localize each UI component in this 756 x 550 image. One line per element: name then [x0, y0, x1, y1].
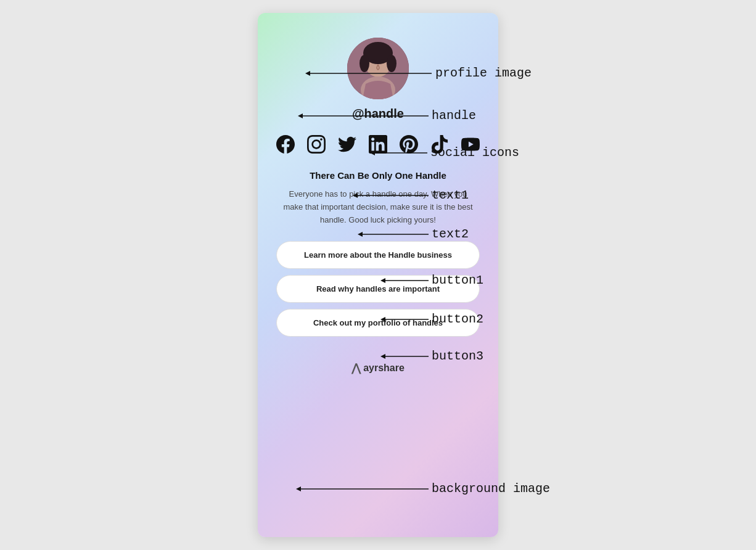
svg-point-3: [360, 55, 369, 72]
instagram-icon[interactable]: [305, 133, 327, 155]
button3[interactable]: Check out my portfolio of handles: [276, 309, 480, 337]
headline-text: There Can Be Only One Handle: [310, 170, 446, 181]
facebook-icon[interactable]: [274, 133, 297, 155]
description-text: Everyone has to pick a handle one day. W…: [276, 188, 480, 226]
ayrshare-brand: ⋀ ayrshare: [351, 361, 405, 375]
tiktok-icon[interactable]: [429, 133, 451, 155]
twitter-icon[interactable]: [336, 133, 358, 155]
pinterest-icon[interactable]: [398, 133, 420, 155]
svg-point-7: [381, 59, 385, 63]
svg-point-4: [387, 55, 396, 72]
page-wrapper: @handle: [0, 0, 756, 550]
profile-image: [347, 38, 409, 99]
button2[interactable]: Read why handles are important: [276, 275, 480, 303]
svg-point-6: [371, 59, 376, 63]
handle-text: @handle: [352, 107, 404, 121]
button1[interactable]: Learn more about the Handle business: [276, 241, 480, 269]
ayrshare-logo-icon: ⋀: [351, 361, 361, 375]
social-icons-row: [274, 133, 482, 155]
phone-card: @handle: [258, 13, 498, 537]
youtube-icon[interactable]: [459, 133, 482, 155]
linkedin-icon[interactable]: [367, 133, 389, 155]
ayrshare-brand-name: ayrshare: [363, 363, 405, 374]
